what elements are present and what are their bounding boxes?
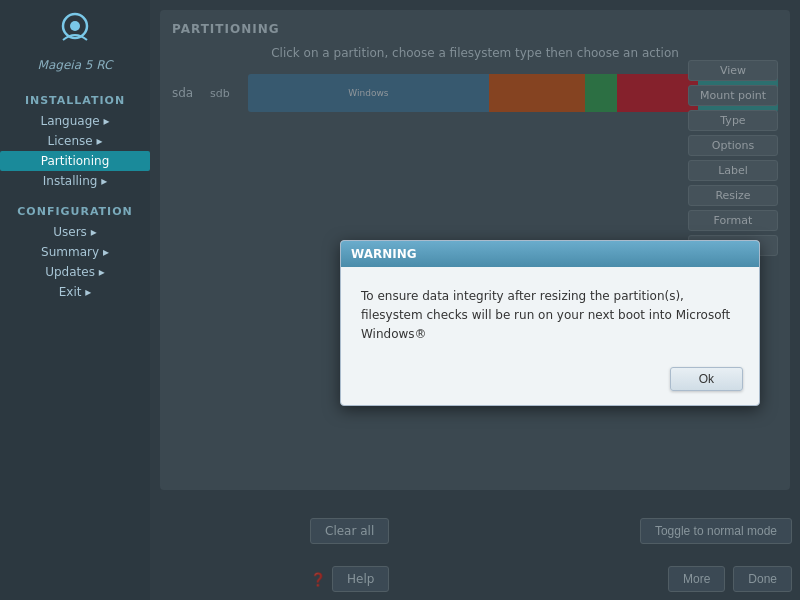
ok-button[interactable]: Ok (670, 367, 743, 391)
configuration-section-label: CONFIGURATION (0, 205, 150, 218)
sidebar-item-users[interactable]: Users ▸ (0, 222, 150, 242)
dialog-titlebar: WARNING (341, 241, 759, 267)
sidebar: Mageia 5 RC INSTALLATION Language ▸ Lice… (0, 0, 150, 600)
sidebar-item-label: Language ▸ (40, 114, 109, 128)
logo-area: Mageia 5 RC (38, 10, 113, 72)
sidebar-item-label: Partitioning (41, 154, 110, 168)
sidebar-item-installing[interactable]: Installing ▸ (0, 171, 150, 191)
dialog-buttons: Ok (341, 359, 759, 405)
dialog-line1: To ensure data integrity after resizing … (361, 287, 739, 306)
sidebar-item-summary[interactable]: Summary ▸ (0, 242, 150, 262)
sidebar-item-label: Updates ▸ (45, 265, 105, 279)
installation-section-label: INSTALLATION (0, 94, 150, 107)
sidebar-item-updates[interactable]: Updates ▸ (0, 262, 150, 282)
app-title: Mageia 5 RC (38, 58, 113, 72)
svg-point-1 (70, 21, 80, 31)
sidebar-item-language[interactable]: Language ▸ (0, 111, 150, 131)
warning-dialog: WARNING To ensure data integrity after r… (340, 240, 760, 406)
sidebar-item-exit[interactable]: Exit ▸ (0, 282, 150, 302)
sidebar-item-label: Summary ▸ (41, 245, 109, 259)
dialog-body: To ensure data integrity after resizing … (341, 267, 759, 359)
sidebar-item-label: Installing ▸ (43, 174, 108, 188)
sidebar-item-license[interactable]: License ▸ (0, 131, 150, 151)
sidebar-item-label: License ▸ (47, 134, 102, 148)
mageia-logo (53, 10, 97, 54)
sidebar-item-partitioning[interactable]: Partitioning (0, 151, 150, 171)
sidebar-item-label: Users ▸ (53, 225, 96, 239)
dialog-line2: filesystem checks will be run on your ne… (361, 306, 739, 344)
sidebar-item-label: Exit ▸ (59, 285, 92, 299)
